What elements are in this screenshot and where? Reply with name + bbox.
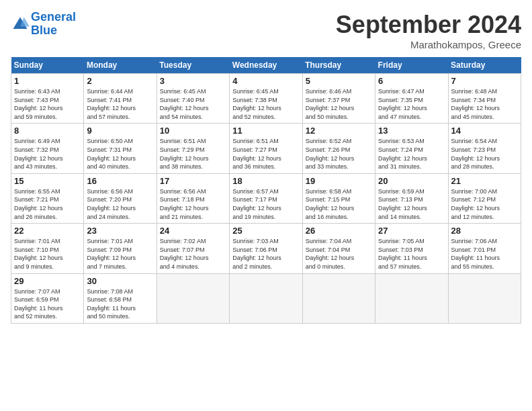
calendar-day-6: 6Sunrise: 6:47 AMSunset: 7:35 PMDaylight… — [375, 74, 448, 124]
weekday-header-sunday: Sunday — [11, 57, 84, 74]
day-number: 6 — [378, 76, 445, 86]
day-number: 26 — [306, 226, 372, 236]
day-info: Sunrise: 6:53 AMSunset: 7:24 PMDaylight:… — [378, 138, 427, 170]
day-info: Sunrise: 6:55 AMSunset: 7:21 PMDaylight:… — [14, 188, 63, 220]
weekday-header-saturday: Saturday — [448, 57, 521, 74]
weekday-header-monday: Monday — [84, 57, 157, 74]
calendar-day-20: 20Sunrise: 6:59 AMSunset: 7:13 PMDayligh… — [375, 173, 448, 223]
calendar-day-28: 28Sunrise: 7:06 AMSunset: 7:01 PMDayligh… — [448, 224, 521, 273]
day-info: Sunrise: 7:08 AMSunset: 6:58 PMDaylight:… — [87, 288, 136, 320]
day-number: 16 — [87, 176, 153, 186]
calendar-day-3: 3Sunrise: 6:45 AMSunset: 7:40 PMDaylight… — [157, 74, 229, 124]
calendar-day-26: 26Sunrise: 7:04 AMSunset: 7:04 PMDayligh… — [302, 224, 375, 273]
calendar-day-19: 19Sunrise: 6:58 AMSunset: 7:15 PMDayligh… — [302, 173, 375, 223]
weekday-header-tuesday: Tuesday — [157, 57, 229, 74]
calendar-week-5: 29Sunrise: 7:07 AMSunset: 6:59 PMDayligh… — [11, 273, 521, 323]
day-info: Sunrise: 6:45 AMSunset: 7:38 PMDaylight:… — [232, 88, 281, 120]
calendar-table: SundayMondayTuesdayWednesdayThursdayFrid… — [11, 57, 521, 324]
day-info: Sunrise: 7:01 AMSunset: 7:10 PMDaylight:… — [14, 238, 63, 270]
day-number: 14 — [451, 126, 518, 136]
logo-icon — [11, 15, 30, 34]
day-number: 2 — [87, 76, 153, 86]
day-number: 5 — [306, 76, 372, 86]
day-info: Sunrise: 6:52 AMSunset: 7:26 PMDaylight:… — [306, 138, 355, 170]
day-number: 3 — [160, 76, 226, 86]
day-number: 13 — [378, 126, 445, 136]
weekday-header-wednesday: Wednesday — [230, 57, 302, 74]
calendar-day-25: 25Sunrise: 7:03 AMSunset: 7:06 PMDayligh… — [230, 224, 302, 273]
location-subtitle: Marathokampos, Greece — [336, 39, 521, 50]
month-title: September 2024 — [336, 11, 521, 39]
calendar-day-empty — [230, 273, 302, 323]
day-number: 15 — [14, 176, 81, 186]
calendar-day-30: 30Sunrise: 7:08 AMSunset: 6:58 PMDayligh… — [84, 273, 157, 323]
calendar-week-3: 15Sunrise: 6:55 AMSunset: 7:21 PMDayligh… — [11, 173, 521, 223]
day-info: Sunrise: 7:06 AMSunset: 7:01 PMDaylight:… — [451, 238, 500, 270]
calendar-day-16: 16Sunrise: 6:56 AMSunset: 7:20 PMDayligh… — [84, 173, 157, 223]
weekday-header-thursday: Thursday — [302, 57, 375, 74]
calendar-day-27: 27Sunrise: 7:05 AMSunset: 7:03 PMDayligh… — [375, 224, 448, 273]
day-info: Sunrise: 7:04 AMSunset: 7:04 PMDaylight:… — [306, 238, 355, 270]
calendar-day-1: 1Sunrise: 6:43 AMSunset: 7:43 PMDaylight… — [11, 74, 84, 124]
day-info: Sunrise: 6:44 AMSunset: 7:41 PMDaylight:… — [87, 88, 136, 120]
logo-line1: General — [31, 10, 76, 24]
calendar-day-10: 10Sunrise: 6:51 AMSunset: 7:29 PMDayligh… — [157, 124, 229, 173]
day-number: 30 — [87, 276, 153, 286]
day-info: Sunrise: 6:45 AMSunset: 7:40 PMDaylight:… — [160, 88, 209, 120]
day-info: Sunrise: 6:59 AMSunset: 7:13 PMDaylight:… — [378, 188, 427, 220]
day-number: 28 — [451, 226, 518, 236]
calendar-day-13: 13Sunrise: 6:53 AMSunset: 7:24 PMDayligh… — [375, 124, 448, 173]
calendar-day-empty — [302, 273, 375, 323]
day-number: 25 — [232, 226, 299, 236]
day-info: Sunrise: 6:56 AMSunset: 7:20 PMDaylight:… — [87, 188, 136, 220]
calendar-day-7: 7Sunrise: 6:48 AMSunset: 7:34 PMDaylight… — [448, 74, 521, 124]
day-info: Sunrise: 6:48 AMSunset: 7:34 PMDaylight:… — [451, 88, 500, 120]
day-number: 20 — [378, 176, 445, 186]
calendar-week-2: 8Sunrise: 6:49 AMSunset: 7:32 PMDaylight… — [11, 124, 521, 173]
calendar-day-empty — [157, 273, 229, 323]
day-number: 8 — [14, 126, 81, 136]
calendar-day-empty — [448, 273, 521, 323]
day-number: 19 — [306, 176, 372, 186]
day-info: Sunrise: 7:05 AMSunset: 7:03 PMDaylight:… — [378, 238, 427, 270]
day-number: 17 — [160, 176, 226, 186]
day-info: Sunrise: 6:47 AMSunset: 7:35 PMDaylight:… — [378, 88, 427, 120]
day-info: Sunrise: 7:00 AMSunset: 7:12 PMDaylight:… — [451, 188, 500, 220]
calendar-day-24: 24Sunrise: 7:02 AMSunset: 7:07 PMDayligh… — [157, 224, 229, 273]
calendar-day-22: 22Sunrise: 7:01 AMSunset: 7:10 PMDayligh… — [11, 224, 84, 273]
calendar-day-23: 23Sunrise: 7:01 AMSunset: 7:09 PMDayligh… — [84, 224, 157, 273]
calendar-day-17: 17Sunrise: 6:56 AMSunset: 7:18 PMDayligh… — [157, 173, 229, 223]
weekday-header-friday: Friday — [375, 57, 448, 74]
page-header: General Blue September 2024 Marathokampo… — [11, 11, 521, 50]
day-number: 27 — [378, 226, 445, 236]
calendar-day-21: 21Sunrise: 7:00 AMSunset: 7:12 PMDayligh… — [448, 173, 521, 223]
day-info: Sunrise: 6:57 AMSunset: 7:17 PMDaylight:… — [232, 188, 281, 220]
calendar-day-8: 8Sunrise: 6:49 AMSunset: 7:32 PMDaylight… — [11, 124, 84, 173]
day-info: Sunrise: 7:02 AMSunset: 7:07 PMDaylight:… — [160, 238, 209, 270]
day-number: 4 — [232, 76, 299, 86]
day-number: 10 — [160, 126, 226, 136]
day-number: 7 — [451, 76, 518, 86]
calendar-day-15: 15Sunrise: 6:55 AMSunset: 7:21 PMDayligh… — [11, 173, 84, 223]
day-number: 9 — [87, 126, 153, 136]
weekday-header-row: SundayMondayTuesdayWednesdayThursdayFrid… — [11, 57, 521, 74]
day-number: 29 — [14, 276, 81, 286]
calendar-day-4: 4Sunrise: 6:45 AMSunset: 7:38 PMDaylight… — [230, 74, 302, 124]
calendar-day-empty — [375, 273, 448, 323]
day-info: Sunrise: 7:03 AMSunset: 7:06 PMDaylight:… — [232, 238, 281, 270]
day-info: Sunrise: 7:07 AMSunset: 6:59 PMDaylight:… — [14, 288, 63, 320]
title-block: September 2024 Marathokampos, Greece — [336, 11, 521, 50]
day-info: Sunrise: 6:58 AMSunset: 7:15 PMDaylight:… — [306, 188, 355, 220]
logo-line2: Blue — [31, 24, 57, 37]
day-info: Sunrise: 6:51 AMSunset: 7:29 PMDaylight:… — [160, 138, 209, 170]
day-info: Sunrise: 6:50 AMSunset: 7:31 PMDaylight:… — [87, 138, 136, 170]
day-info: Sunrise: 6:43 AMSunset: 7:43 PMDaylight:… — [14, 88, 63, 120]
calendar-day-2: 2Sunrise: 6:44 AMSunset: 7:41 PMDaylight… — [84, 74, 157, 124]
day-info: Sunrise: 7:01 AMSunset: 7:09 PMDaylight:… — [87, 238, 136, 270]
calendar-day-14: 14Sunrise: 6:54 AMSunset: 7:23 PMDayligh… — [448, 124, 521, 173]
day-number: 21 — [451, 176, 518, 186]
day-number: 22 — [14, 226, 81, 236]
day-number: 11 — [232, 126, 299, 136]
calendar-day-5: 5Sunrise: 6:46 AMSunset: 7:37 PMDaylight… — [302, 74, 375, 124]
day-number: 12 — [306, 126, 372, 136]
